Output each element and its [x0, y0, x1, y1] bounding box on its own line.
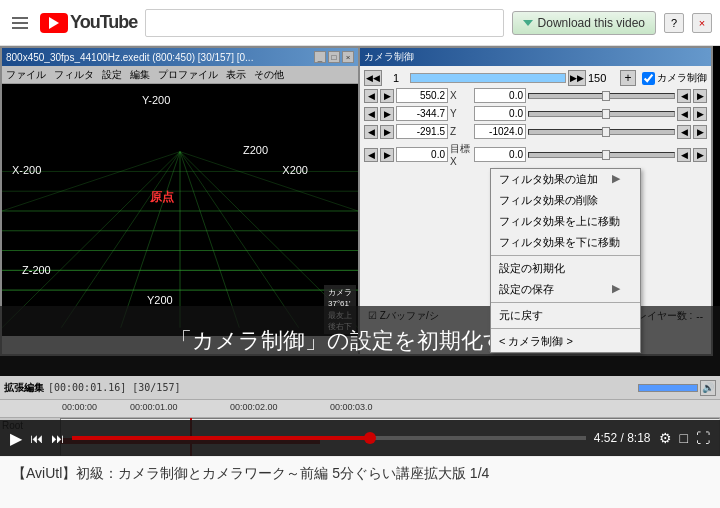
cam-z-slider[interactable] [528, 129, 675, 135]
cam-y-slider[interactable] [528, 111, 675, 117]
fullscreen-button[interactable]: ⛶ [696, 430, 710, 446]
cam-z-decr[interactable]: ◀ [364, 125, 378, 139]
cam-y-incr[interactable]: ▶ [380, 107, 394, 121]
volume-slider[interactable] [638, 384, 698, 392]
miniplayer-button[interactable]: □ [680, 430, 688, 446]
cam-x-r-incr[interactable]: ▶ [693, 89, 707, 103]
aviutl-close-button[interactable]: × [342, 51, 354, 63]
cam-frame-track[interactable] [410, 73, 566, 83]
camera-panel-body: ◀◀ 1 ▶▶ 150 + カメラ制御 ◀ ▶ 550.2 X 0.0 ◀ ▶ [360, 66, 711, 329]
cam-next-btn[interactable]: ▶▶ [568, 70, 586, 86]
progress-fill [72, 436, 370, 440]
cam-frame-number: 1 [384, 72, 408, 84]
youtube-icon [40, 13, 68, 33]
cam-x-decr[interactable]: ◀ [364, 89, 378, 103]
youtube-wordmark: YouTube [70, 12, 137, 33]
camera-panel-title: カメラ制御 [364, 50, 414, 64]
cam-x-slider[interactable] [528, 93, 675, 99]
aviutl-minimize-button[interactable]: _ [314, 51, 326, 63]
aviutl-maximize-button[interactable]: □ [328, 51, 340, 63]
prev-button[interactable]: ⏮ [30, 431, 43, 446]
cam-z-incr[interactable]: ▶ [380, 125, 394, 139]
volume-btn[interactable]: 🔊 [700, 380, 716, 396]
cam-add-btn[interactable]: + [620, 70, 636, 86]
cam-t-incr[interactable]: ▶ [380, 148, 394, 162]
progress-bar[interactable] [72, 436, 586, 440]
ctx-camera-ctrl[interactable]: < カメラ制御 > [491, 331, 640, 352]
cam-z-extra: -1024.0 [474, 124, 526, 139]
menu-view[interactable]: 表示 [226, 68, 246, 82]
youtube-logo: YouTube [40, 12, 137, 33]
tl-mark-3: 00:00:03.0 [330, 402, 373, 412]
cam-z-r-decr[interactable]: ◀ [677, 125, 691, 139]
cam-x-param: X [450, 90, 472, 101]
z-neg-label: Z-200 [22, 264, 51, 276]
menu-settings[interactable]: 設定 [102, 68, 122, 82]
cam-t-param: 目標X [450, 142, 472, 167]
camera-frame-nav: ◀◀ 1 ▶▶ 150 + カメラ制御 [364, 70, 707, 86]
download-label: Download this video [538, 16, 645, 30]
skip-button[interactable]: ⏭ [51, 431, 64, 446]
cam-row-y: ◀ ▶ -344.7 Y 0.0 ◀ ▶ [364, 106, 707, 121]
question-button[interactable]: ? [664, 13, 684, 33]
current-time: 4:52 / 8:18 [594, 431, 651, 445]
cam-t-decr[interactable]: ◀ [364, 148, 378, 162]
svg-line-15 [180, 152, 358, 211]
camera-info-line1: カメラ [328, 287, 352, 298]
tl-mark-2: 00:00:02.00 [230, 402, 278, 412]
cam-y-value: -344.7 [396, 106, 448, 121]
timeline-top-bar: 拡張編集 [00:00:01.16] [30/157] 🔊 [0, 376, 720, 400]
cam-enable-checkbox[interactable] [642, 72, 655, 85]
cam-prev-btn[interactable]: ◀◀ [364, 70, 382, 86]
ctx-remove-filter[interactable]: フィルタ効果の削除 [491, 190, 640, 211]
cam-row-x: ◀ ▶ 550.2 X 0.0 ◀ ▶ [364, 88, 707, 103]
cam-y-decr[interactable]: ◀ [364, 107, 378, 121]
menu-profile[interactable]: プロファイル [158, 68, 218, 82]
timeline-label: 拡張編集 [4, 381, 44, 395]
settings-button[interactable]: ⚙ [659, 430, 672, 446]
hamburger-menu[interactable] [8, 13, 32, 33]
menu-filter[interactable]: フィルタ [54, 68, 94, 82]
cam-row-z: ◀ ▶ -291.5 Z -1024.0 ◀ ▶ [364, 124, 707, 139]
menu-edit[interactable]: 編集 [130, 68, 150, 82]
cam-t-slider[interactable] [528, 152, 675, 158]
cam-x-r-decr[interactable]: ◀ [677, 89, 691, 103]
x-neg-label: X-200 [12, 164, 41, 176]
ctx-reset-settings[interactable]: 設定の初期化 [491, 258, 640, 279]
cam-t-value: 0.0 [396, 147, 448, 162]
close-button[interactable]: × [692, 13, 712, 33]
menu-file[interactable]: ファイル [6, 68, 46, 82]
cam-y-r-incr[interactable]: ▶ [693, 107, 707, 121]
timeline-time-range: [00:00:01.16] [30/157] [48, 382, 180, 393]
progress-thumb [364, 432, 376, 444]
play-button[interactable]: ▶ [10, 429, 22, 448]
ctx-add-filter[interactable]: フィルタ効果の追加 ▶ [491, 169, 640, 190]
ctx-sep-2 [491, 302, 640, 303]
y-neg-label: Y-200 [142, 94, 170, 106]
cam-z-value: -291.5 [396, 124, 448, 139]
ctx-move-down[interactable]: フィルタ効果を下に移動 [491, 232, 640, 253]
controls-bar: ▶ ⏮ ⏭ 4:52 / 8:18 ⚙ □ ⛶ [0, 420, 720, 456]
cam-frame-end: 150 [588, 72, 618, 84]
download-button[interactable]: Download this video [512, 11, 656, 35]
ctx-save-settings[interactable]: 設定の保存 ▶ [491, 279, 640, 300]
cam-t-r-incr[interactable]: ▶ [693, 148, 707, 162]
ctx-undo[interactable]: 元に戻す [491, 305, 640, 326]
cam-x-incr[interactable]: ▶ [380, 89, 394, 103]
menu-other[interactable]: その他 [254, 68, 284, 82]
search-input[interactable] [145, 9, 503, 37]
cam-z-r-incr[interactable]: ▶ [693, 125, 707, 139]
cam-t-r-decr[interactable]: ◀ [677, 148, 691, 162]
ctx-move-up[interactable]: フィルタ効果を上に移動 [491, 211, 640, 232]
y-pos-label: Y200 [147, 294, 173, 306]
context-menu: フィルタ効果の追加 ▶ フィルタ効果の削除 フィルタ効果を上に移動 フィルタ効果… [490, 168, 641, 353]
cam-y-r-decr[interactable]: ◀ [677, 107, 691, 121]
ctx-sep-1 [491, 255, 640, 256]
cam-x-value: 550.2 [396, 88, 448, 103]
timeline-ruler: 00:00:00 00:00:01.00 00:00:02.00 00:00:0… [0, 400, 720, 418]
cam-y-param: Y [450, 108, 472, 119]
cam-t-extra: 0.0 [474, 147, 526, 162]
video-area: 800x450_30fps_44100Hz.exedit (800:450) [… [0, 46, 720, 456]
svg-line-11 [180, 152, 239, 328]
cam-x-extra: 0.0 [474, 88, 526, 103]
